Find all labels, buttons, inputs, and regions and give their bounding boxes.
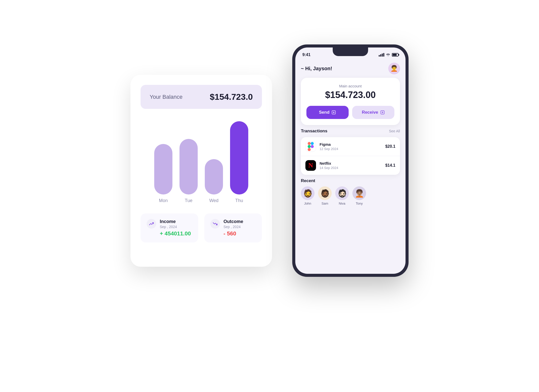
receive-button[interactable]: Receive [352, 106, 394, 119]
bar-mon [154, 144, 172, 194]
action-buttons: Send Receive [306, 106, 394, 119]
income-info: Income Sep , 2024 + 454011.00 [160, 219, 191, 237]
status-time: 9:41 [302, 53, 310, 57]
bar-tue [179, 139, 198, 194]
tony-name: Tony [356, 202, 363, 205]
recent-avatars: 🧔 John 🧔🏾 Sam 🧔🏻 Niva 🧑🏽‍🦱 [301, 186, 400, 205]
recent-section: Recent 🧔 John 🧔🏾 Sam 🧔🏻 [301, 178, 400, 205]
battery-fill [393, 54, 397, 56]
income-card: Income Sep , 2024 + 454011.00 [141, 213, 198, 242]
svg-rect-6 [308, 142, 311, 145]
outcome-icon [210, 219, 220, 229]
sam-avatar: 🧔🏾 [318, 186, 332, 200]
phone-notch [333, 47, 368, 56]
status-icons [379, 53, 398, 57]
phone-frame: 9:41 [292, 44, 409, 277]
phone-inner: 9:41 [295, 47, 406, 274]
avatar[interactable]: 🧑‍🦱 [388, 63, 400, 74]
recent-title: Recent [301, 178, 315, 183]
outcome-date: Sep , 2024 [223, 225, 243, 229]
outcome-info: Outcome Sep , 2024 - 560 [223, 219, 243, 237]
income-icon [147, 219, 156, 229]
svg-rect-8 [308, 145, 311, 148]
balance-strip: Your Balance $154.723.0 [141, 85, 262, 109]
svg-text:🧑‍🦱: 🧑‍🦱 [390, 65, 398, 72]
bar-label-tue: Tue [185, 198, 192, 203]
transaction-item-netflix[interactable]: N Netflix 14 Sep 2024 $14.1 [301, 156, 400, 175]
bar-label-mon: Mon [159, 198, 168, 203]
send-button[interactable]: Send [306, 106, 349, 119]
wifi-icon [386, 53, 390, 57]
svg-rect-9 [308, 148, 311, 151]
signal-bar-4 [383, 53, 384, 57]
sam-name: Sam [322, 202, 328, 205]
svg-rect-7 [311, 142, 314, 145]
transactions-list: Figma 12 Sep 2024 $20.1 N Netflix 14 Sep… [301, 137, 400, 175]
netflix-amount: $14.1 [385, 163, 395, 168]
transactions-header: Transactions See All [301, 129, 400, 134]
netflix-date: 14 Sep 2024 [320, 166, 382, 170]
back-card: Your Balance $154.723.0 Mon Tue Wed Thu [130, 75, 272, 267]
bar-label-thu: Thu [235, 198, 243, 203]
balance-strip-value: $154.723.0 [210, 92, 253, 102]
receive-label: Receive [362, 110, 378, 115]
signal-bar-2 [380, 54, 381, 57]
greeting-text: ~ Hi, Jayson! [301, 66, 332, 71]
bar-col-tue: Tue [179, 139, 198, 203]
figma-logo [305, 141, 316, 152]
phone-header: ~ Hi, Jayson! 🧑‍🦱 [301, 63, 400, 74]
bar-col-mon: Mon [154, 144, 172, 203]
recent-person-john[interactable]: 🧔 John [301, 186, 315, 205]
transactions-title: Transactions [301, 129, 327, 134]
outcome-card: Outcome Sep , 2024 - 560 [204, 213, 262, 242]
balance-strip-label: Your Balance [150, 94, 183, 100]
bar-label-wed: Wed [209, 198, 219, 203]
see-all-link[interactable]: See All [389, 129, 400, 133]
figma-date: 12 Sep 2024 [320, 147, 382, 151]
phone-content: ~ Hi, Jayson! 🧑‍🦱 Main account $154.723.… [295, 60, 406, 274]
signal-bars [379, 53, 384, 57]
john-avatar: 🧔 [301, 186, 315, 200]
battery-icon [392, 53, 398, 57]
tony-avatar: 🧑🏽‍🦱 [352, 186, 366, 200]
recent-person-sam[interactable]: 🧔🏾 Sam [318, 186, 332, 205]
income-date: Sep , 2024 [160, 225, 191, 229]
signal-bar-1 [379, 55, 380, 57]
niva-name: Niva [339, 202, 345, 205]
bar-wed [205, 159, 223, 194]
niva-avatar: 🧔🏻 [335, 186, 349, 200]
bar-col-thu: Thu [230, 121, 248, 203]
netflix-name: Netflix [320, 161, 382, 165]
figma-amount: $20.1 [385, 144, 395, 149]
john-name: John [304, 202, 311, 205]
bar-col-wed: Wed [205, 159, 223, 203]
recent-person-tony[interactable]: 🧑🏽‍🦱 Tony [352, 186, 366, 205]
svg-point-10 [311, 145, 314, 148]
netflix-logo: N [305, 160, 316, 171]
recent-person-niva[interactable]: 🧔🏻 Niva [335, 186, 349, 205]
account-label: Main account [306, 84, 394, 88]
account-card: Main account $154.723.00 Send Receive [301, 78, 400, 125]
netflix-info: Netflix 14 Sep 2024 [320, 161, 382, 170]
signal-bar-3 [382, 54, 383, 57]
bar-chart: Mon Tue Wed Thu [141, 120, 262, 206]
figma-info: Figma 12 Sep 2024 [320, 142, 382, 151]
netflix-n-icon: N [308, 162, 313, 169]
income-amount: + 454011.00 [160, 230, 191, 237]
bar-thu [230, 121, 248, 194]
income-title: Income [160, 219, 191, 224]
recent-header: Recent [301, 178, 400, 183]
send-label: Send [319, 110, 330, 115]
stats-row: Income Sep , 2024 + 454011.00 Outcome Se… [141, 213, 262, 242]
figma-name: Figma [320, 142, 382, 146]
transaction-item-figma[interactable]: Figma 12 Sep 2024 $20.1 [301, 137, 400, 156]
outcome-amount: - 560 [223, 230, 243, 237]
outcome-title: Outcome [223, 219, 243, 224]
scene: Your Balance $154.723.0 Mon Tue Wed Thu [130, 44, 409, 348]
account-balance: $154.723.00 [306, 90, 394, 100]
